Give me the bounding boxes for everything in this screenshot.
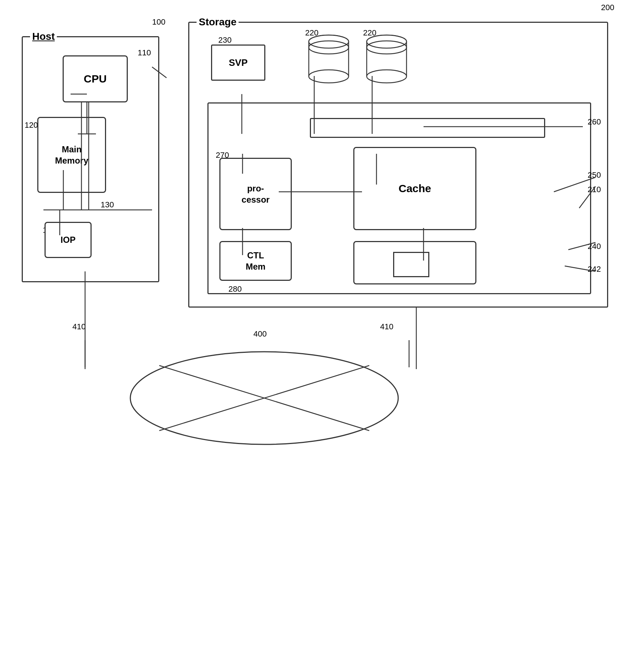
host-box: Host 100 110 CPU 120 MainMemory 132 IOP … (22, 36, 159, 282)
ref-100: 100 (152, 17, 165, 27)
svg-point-11 (367, 70, 407, 83)
ref-120: 120 (25, 121, 38, 130)
ref-230: 230 (218, 35, 232, 45)
ref-200: 200 (601, 3, 614, 12)
diagram-container: Host 100 110 CPU 120 MainMemory 132 IOP … (14, 14, 630, 666)
main-memory-box: MainMemory (37, 117, 106, 193)
cache-box: Cache (353, 147, 476, 230)
cpu-label: CPU (84, 73, 106, 85)
svg-point-4 (309, 70, 349, 83)
disk-cylinder-2 (363, 34, 410, 84)
ref-400: 400 (253, 329, 267, 339)
ref-210: 210 (588, 185, 601, 194)
iop-label: IOP (60, 235, 75, 245)
ctrl-box: 210 260 270 pro-cessor Cache 250 CTLMem … (207, 102, 591, 294)
ref-410b: 410 (380, 322, 393, 331)
ref-410a: 410 (72, 322, 86, 331)
cache-label: Cache (399, 182, 431, 195)
ctlmem-label: CTLMem (246, 250, 266, 272)
ref-130: 130 (101, 200, 114, 210)
ref-280: 280 (228, 284, 242, 294)
ref-240: 240 (588, 242, 601, 251)
small-sq-242 (393, 252, 429, 277)
ref-242: 242 (588, 265, 601, 274)
ref-250: 250 (588, 170, 601, 180)
storage-label: Storage (197, 16, 239, 28)
processor-box: pro-cessor (219, 158, 292, 230)
disk-cylinder-1 (305, 34, 352, 84)
main-memory-label: MainMemory (55, 144, 88, 166)
ctlmem-box: CTLMem (219, 241, 292, 281)
cpu-box: CPU (63, 55, 128, 102)
ref-260: 260 (588, 117, 601, 127)
iop-box: IOP (45, 222, 92, 258)
processor-label: pro-cessor (241, 183, 269, 205)
host-label: Host (30, 31, 57, 42)
svg-point-5 (309, 35, 349, 48)
storage-box: Storage 200 230 SVP 220 220 (188, 22, 608, 308)
disk-if-bar (310, 118, 545, 138)
svp-label: SVP (229, 57, 248, 68)
svp-box: SVP (211, 45, 265, 81)
ref-110: 110 (138, 48, 151, 58)
svg-point-12 (367, 35, 407, 48)
network-ellipse (123, 347, 405, 449)
